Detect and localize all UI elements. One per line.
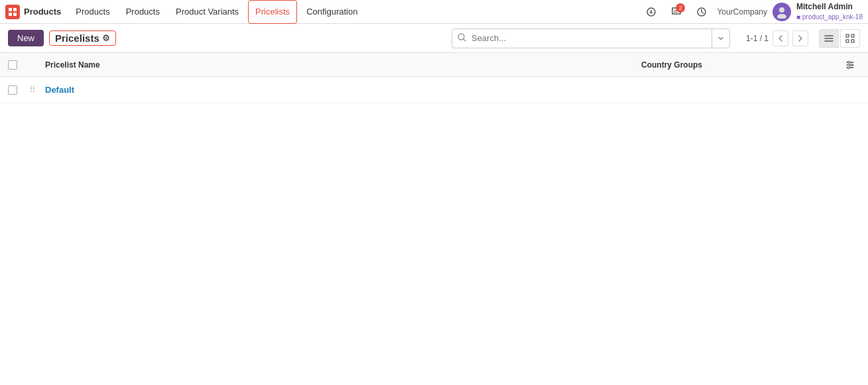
pagination: 1-1 / 1 (746, 30, 808, 46)
nav-products-1[interactable]: Products (69, 0, 116, 24)
brand[interactable]: Products (5, 5, 61, 19)
avatar[interactable] (773, 3, 791, 21)
brand-icon (5, 5, 20, 19)
row-checkbox-col (8, 85, 29, 95)
search-input[interactable] (471, 33, 712, 43)
gear-icon[interactable]: ⚙ (102, 33, 110, 43)
table-row[interactable]: ⠿ Default (0, 77, 868, 103)
prev-page-btn[interactable] (773, 30, 788, 46)
message-badge: 2 (676, 3, 685, 13)
col-header-name: Pricelist Name (45, 60, 641, 70)
debug-icon-btn[interactable] (641, 2, 661, 22)
svg-rect-1 (13, 8, 17, 11)
svg-point-14 (851, 64, 853, 66)
next-page-btn[interactable] (792, 30, 808, 46)
drag-handle[interactable]: ⠿ (29, 85, 45, 95)
pagination-text: 1-1 / 1 (746, 34, 769, 43)
svg-rect-9 (846, 34, 849, 37)
clock-icon-btn[interactable] (692, 2, 712, 22)
svg-rect-2 (9, 13, 12, 16)
svg-point-15 (848, 66, 850, 68)
col-settings-icon[interactable] (840, 60, 860, 70)
view-toggle (819, 29, 860, 48)
brand-name: Products (24, 7, 61, 17)
nav-products-2[interactable]: Products (119, 0, 166, 24)
navbar: Products Products Products Product Varia… (0, 0, 868, 24)
svg-rect-11 (846, 40, 849, 42)
svg-rect-3 (13, 13, 17, 16)
page-title: Pricelists (55, 32, 99, 44)
page-title-container: Pricelists ⚙ (49, 30, 116, 46)
search-icon (452, 33, 471, 44)
svg-rect-0 (9, 8, 12, 11)
nav-pricelists[interactable]: Pricelists (248, 0, 297, 24)
list-view-btn[interactable] (819, 29, 839, 48)
messages-icon-btn[interactable]: 2 (666, 2, 686, 22)
user-name: Mitchell Admin (796, 2, 863, 13)
svg-point-6 (779, 7, 784, 13)
user-db: ■ product_app_knk-18 (796, 13, 863, 21)
navbar-right: 2 YourCompany Mitchell Admin ■ product_a… (641, 2, 863, 22)
col-header-country: Country Groups (641, 60, 840, 70)
header-checkbox-col (8, 60, 29, 70)
row-checkbox[interactable] (8, 85, 17, 95)
user-info[interactable]: Mitchell Admin ■ product_app_knk-18 (796, 2, 863, 21)
svg-rect-12 (851, 40, 854, 42)
nav-product-variants[interactable]: Product Variants (169, 0, 245, 24)
search-bar (452, 28, 730, 48)
kanban-view-btn[interactable] (840, 29, 860, 48)
company-name: YourCompany (717, 7, 767, 17)
svg-point-13 (848, 61, 850, 63)
table-header: Pricelist Name Country Groups (0, 53, 868, 77)
select-all-checkbox[interactable] (8, 60, 17, 70)
action-bar: New Pricelists ⚙ 1-1 / 1 (0, 24, 868, 53)
row-pricelist-name: Default (45, 85, 661, 95)
svg-point-7 (777, 14, 786, 19)
nav-configuration[interactable]: Configuration (300, 0, 364, 24)
new-button[interactable]: New (8, 30, 44, 46)
svg-rect-10 (851, 34, 854, 37)
search-dropdown-btn[interactable] (712, 29, 729, 48)
